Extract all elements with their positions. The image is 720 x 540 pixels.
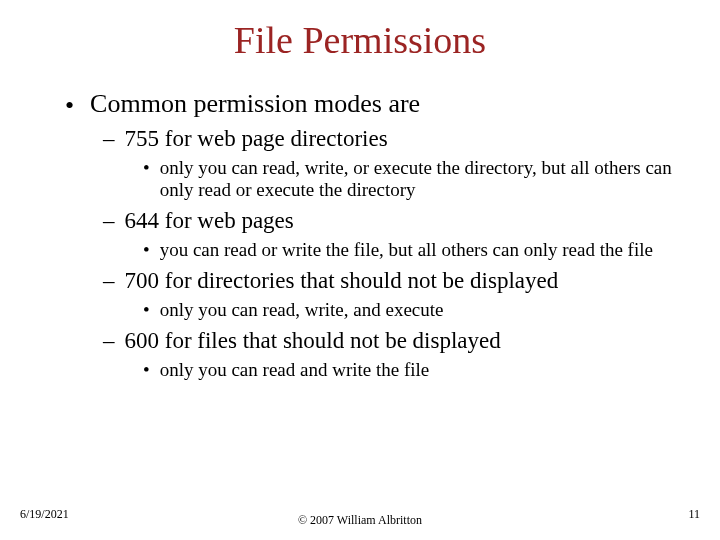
- bullet-level3: • you can read or write the file, but al…: [143, 239, 680, 261]
- dash-icon: –: [103, 269, 115, 293]
- bullet-level3: • only you can read, write, or execute t…: [143, 157, 680, 201]
- bullet-level1: • Common permission modes are: [65, 90, 680, 119]
- bullet-text: only you can read and write the file: [160, 359, 430, 381]
- slide-content: • Common permission modes are – 755 for …: [0, 90, 720, 381]
- footer-page-number: 11: [688, 507, 700, 522]
- bullet-text: 755 for web page directories: [125, 127, 388, 151]
- dash-icon: –: [103, 127, 115, 151]
- bullet-text: you can read or write the file, but all …: [160, 239, 653, 261]
- slide-footer: 6/19/2021 © 2007 William Albritton 11: [0, 513, 720, 528]
- slide: File Permissions • Common permission mod…: [0, 0, 720, 540]
- bullet-text: 700 for directories that should not be d…: [125, 269, 559, 293]
- footer-date: 6/19/2021: [20, 507, 69, 522]
- bullet-text: 600 for files that should not be display…: [125, 329, 501, 353]
- bullet-level3: • only you can read, write, and execute: [143, 299, 680, 321]
- bullet-level2: – 600 for files that should not be displ…: [103, 329, 680, 353]
- dash-icon: –: [103, 209, 115, 233]
- bullet-icon: •: [143, 158, 150, 179]
- bullet-icon: •: [143, 300, 150, 321]
- bullet-level2: – 755 for web page directories: [103, 127, 680, 151]
- bullet-icon: •: [65, 93, 74, 119]
- bullet-level2: – 644 for web pages: [103, 209, 680, 233]
- footer-copyright: © 2007 William Albritton: [20, 513, 700, 528]
- bullet-text: only you can read, write, and execute: [160, 299, 444, 321]
- bullet-level3: • only you can read and write the file: [143, 359, 680, 381]
- bullet-level2: – 700 for directories that should not be…: [103, 269, 680, 293]
- bullet-icon: •: [143, 240, 150, 261]
- dash-icon: –: [103, 329, 115, 353]
- bullet-text: only you can read, write, or execute the…: [160, 157, 680, 201]
- bullet-text: Common permission modes are: [90, 90, 420, 117]
- slide-title: File Permissions: [0, 0, 720, 72]
- bullet-icon: •: [143, 360, 150, 381]
- bullet-text: 644 for web pages: [125, 209, 294, 233]
